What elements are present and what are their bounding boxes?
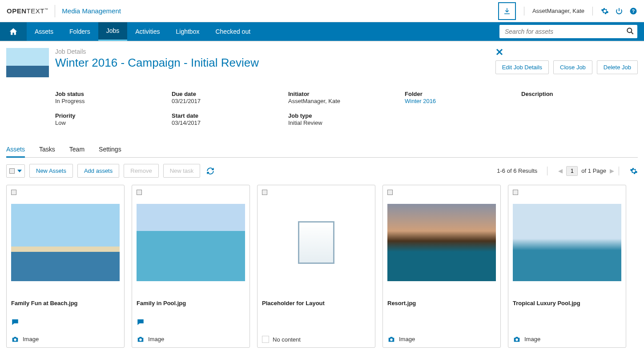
card-footer: Image <box>137 336 245 342</box>
add-assets-button[interactable]: Add assets <box>77 164 119 178</box>
select-all-dropdown[interactable] <box>6 164 25 178</box>
app-name[interactable]: Media Management <box>62 7 121 15</box>
power-icon[interactable] <box>615 7 623 15</box>
comment-indicator[interactable] <box>11 318 120 326</box>
card-title: Family in Pool.jpg <box>137 300 245 306</box>
select-all-checkbox[interactable] <box>9 168 15 174</box>
asset-card[interactable]: Family in Pool.jpgImage <box>132 185 250 348</box>
subtab-tasks[interactable]: Tasks <box>39 142 55 157</box>
no-content-icon <box>262 336 269 343</box>
card-title: Family Fun at Beach.jpg <box>11 300 120 306</box>
view-settings[interactable] <box>630 167 638 175</box>
nav-checkedout[interactable]: Checked out <box>207 22 258 41</box>
separator <box>547 167 547 175</box>
results-summary: 1-6 of 6 Results <box>497 167 537 174</box>
card-checkbox[interactable] <box>11 190 16 195</box>
card-title: Tropical Luxury Pool.jpg <box>513 300 621 306</box>
logo: OPENTEXT™ <box>7 7 48 15</box>
priority-value: Low <box>55 119 172 126</box>
comment-indicator <box>513 318 621 326</box>
folder-value[interactable]: Winter 2016 <box>405 98 521 104</box>
card-footer: No content <box>262 336 370 343</box>
card-footer: Image <box>11 336 120 342</box>
download-button[interactable] <box>498 2 516 20</box>
page-input[interactable] <box>566 166 578 176</box>
gear-icon <box>630 167 638 175</box>
card-checkbox[interactable] <box>137 190 142 195</box>
jobtype-value: Initial Review <box>288 119 405 126</box>
asset-card[interactable]: Placeholder for LayoutNo content <box>257 185 375 348</box>
asset-card[interactable]: Family Fun at Beach.jpgImage <box>6 185 125 348</box>
home-icon <box>9 27 18 36</box>
pager: ◀ of 1 Page ▶ <box>558 166 614 176</box>
nav-home[interactable] <box>0 22 27 41</box>
page-body: Job Details Winter 2016 - Campaign - Ini… <box>0 42 644 354</box>
subtab-team[interactable]: Team <box>69 142 85 157</box>
refresh-button[interactable] <box>206 167 214 175</box>
header: OPENTEXT™ Media Management AssetManager,… <box>0 0 644 22</box>
logo-divider <box>55 5 55 17</box>
svg-point-2 <box>627 28 632 32</box>
nav-folders[interactable]: Folders <box>61 22 98 41</box>
card-thumbnail[interactable] <box>387 204 496 281</box>
comment-indicator <box>387 318 496 326</box>
next-page: ▶ <box>610 167 614 174</box>
job-subtitle: Job Details <box>55 48 489 55</box>
subtabs: Assets Tasks Team Settings <box>6 142 638 158</box>
card-thumbnail[interactable] <box>262 204 370 281</box>
search-button[interactable] <box>626 27 635 36</box>
comment-indicator <box>262 318 370 326</box>
comment-indicator[interactable] <box>137 318 245 326</box>
logo-area: OPENTEXT™ Media Management <box>7 5 121 17</box>
nav-activities[interactable]: Activities <box>127 22 168 41</box>
new-assets-button[interactable]: New Assets <box>29 164 73 178</box>
comment-icon <box>11 318 19 326</box>
job-title: Winter 2016 - Campaign - Initial Review <box>55 56 489 70</box>
assets-toolbar: New Assets Add assets Remove New task 1-… <box>6 164 638 178</box>
trademark: ™ <box>44 8 48 12</box>
jobtype-label: Job type <box>288 112 405 119</box>
search-input[interactable] <box>499 25 637 38</box>
card-thumbnail[interactable] <box>11 204 120 281</box>
search-icon <box>626 27 635 36</box>
nav-assets[interactable]: Assets <box>27 22 61 41</box>
separator <box>619 167 619 175</box>
card-thumbnail[interactable] <box>137 204 245 281</box>
close-button[interactable] <box>495 48 638 56</box>
status-value: In Progress <box>55 98 172 104</box>
edit-job-button[interactable]: Edit Job Details <box>495 60 549 74</box>
download-icon <box>503 7 511 15</box>
priority-label: Priority <box>55 112 172 119</box>
initiator-value: AssetManager, Kate <box>288 98 405 104</box>
subtab-settings[interactable]: Settings <box>99 142 121 157</box>
search-wrap <box>499 25 637 38</box>
card-type: Image <box>399 336 415 342</box>
asset-card[interactable]: Resort.jpgImage <box>382 185 501 348</box>
svg-point-3 <box>14 338 16 341</box>
camera-icon <box>387 336 395 342</box>
svg-point-6 <box>515 338 518 341</box>
placeholder-icon <box>298 221 334 264</box>
nav-jobs[interactable]: Jobs <box>98 22 128 41</box>
card-checkbox[interactable] <box>513 190 518 195</box>
card-footer: Image <box>513 336 621 342</box>
close-job-button[interactable]: Close Job <box>553 60 592 74</box>
card-thumbnail[interactable] <box>513 204 621 281</box>
card-title: Resort.jpg <box>387 300 496 306</box>
asset-card[interactable]: Tropical Luxury Pool.jpgImage <box>508 185 626 348</box>
subtab-assets[interactable]: Assets <box>6 142 25 158</box>
card-checkbox[interactable] <box>262 190 267 195</box>
job-thumbnail[interactable] <box>6 48 49 77</box>
delete-job-button[interactable]: Delete Job <box>597 60 638 74</box>
card-checkbox[interactable] <box>387 190 393 195</box>
help-icon[interactable]: ? <box>629 7 637 15</box>
card-footer: Image <box>387 336 496 342</box>
nav-lightbox[interactable]: Lightbox <box>168 22 208 41</box>
folder-label: Folder <box>405 91 521 97</box>
comment-icon <box>137 318 145 326</box>
gear-icon[interactable] <box>601 7 609 15</box>
user-name[interactable]: AssetManager, Kate <box>532 8 584 14</box>
header-right: AssetManager, Kate ? <box>498 2 637 20</box>
description-label: Description <box>521 91 638 97</box>
camera-icon <box>137 336 145 342</box>
